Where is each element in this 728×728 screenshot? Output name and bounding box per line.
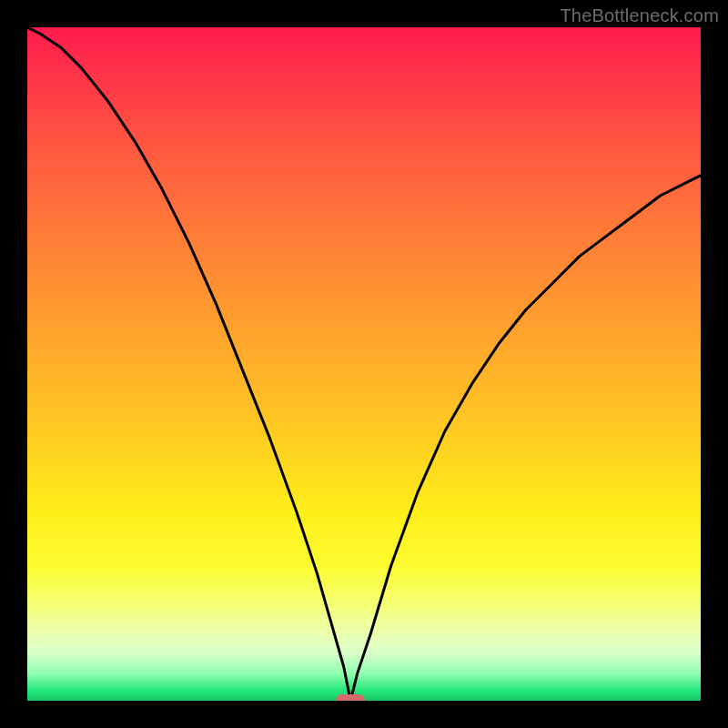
optimum-marker [336, 694, 365, 701]
plot-area [27, 27, 701, 701]
chart-frame: TheBottleneck.com [0, 0, 728, 728]
curve-svg [27, 27, 701, 701]
bottleneck-curve [27, 27, 701, 701]
watermark-text: TheBottleneck.com [560, 5, 719, 26]
